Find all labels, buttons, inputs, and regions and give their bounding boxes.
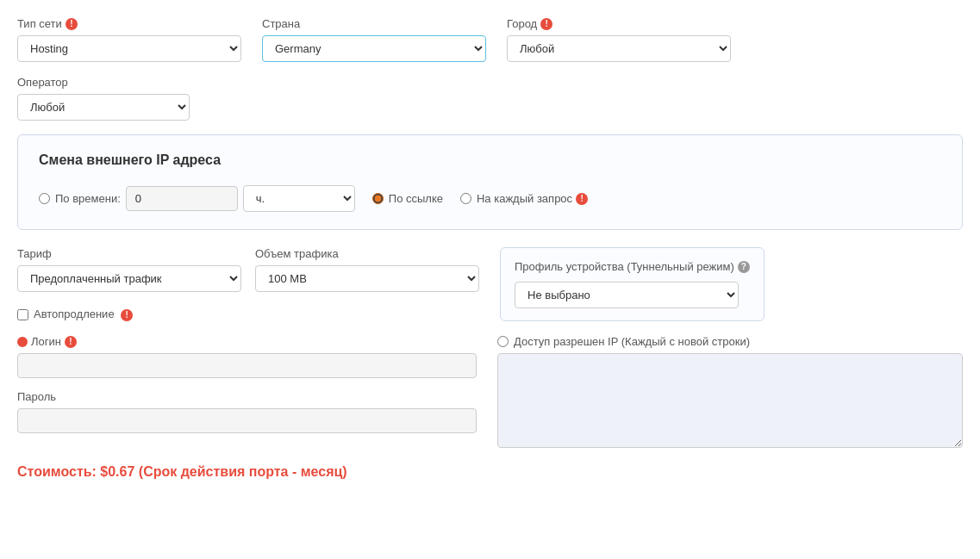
country-select[interactable]: Germany USA France Ukraine xyxy=(262,35,486,62)
city-label-text: Город xyxy=(507,17,537,30)
login-field: Логин ! xyxy=(17,335,477,378)
password-input[interactable] xyxy=(17,408,477,433)
by-link-label-text: По ссылке xyxy=(389,192,443,205)
network-type-info-icon[interactable]: ! xyxy=(66,18,78,30)
password-label-text: Пароль xyxy=(17,390,56,403)
city-label: Город ! xyxy=(507,17,731,30)
tariff-group: Тариф Предоплаченный трафик Безлимитный xyxy=(17,247,241,292)
network-type-group: Тип сети ! Hosting Residential Mobile xyxy=(17,17,241,62)
country-label: Страна xyxy=(262,17,486,30)
operator-select[interactable]: Любой Deutsche Telekom Vodafone xyxy=(17,94,190,121)
ip-change-radio-row: По времени: ч. мин. сек. По ссылке На ка… xyxy=(39,185,941,212)
network-type-label-text: Тип сети xyxy=(17,17,62,30)
time-value-input[interactable] xyxy=(126,186,238,211)
time-unit-select[interactable]: ч. мин. сек. xyxy=(243,185,355,212)
profile-help-icon[interactable]: ? xyxy=(738,261,750,273)
operator-label: Оператор xyxy=(17,76,190,89)
by-link-group: По ссылке xyxy=(372,192,443,205)
profile-select[interactable]: Не выбрано Chrome Firefox xyxy=(515,282,739,308)
by-time-label-text: По времени: xyxy=(55,192,121,205)
autoprolongation-label-text: Автопродление xyxy=(34,307,115,320)
per-request-radio[interactable] xyxy=(460,193,471,204)
autoprolongation-checkbox[interactable] xyxy=(17,309,28,320)
autoprolongation-label: Автопродление ! xyxy=(34,307,133,321)
per-request-group: На каждый запрос ! xyxy=(460,192,588,205)
by-time-label: По времени: xyxy=(55,192,121,205)
tariff-label-text: Тариф xyxy=(17,247,52,260)
network-type-select[interactable]: Hosting Residential Mobile xyxy=(17,35,241,62)
autoprolongation-group: Автопродление ! xyxy=(17,307,479,321)
network-type-label: Тип сети ! xyxy=(17,17,241,30)
city-info-icon[interactable]: ! xyxy=(540,18,552,30)
login-access-section: Логин ! Пароль Доступ разрешен IP (Кажды… xyxy=(17,335,963,450)
password-label: Пароль xyxy=(17,390,477,403)
login-left: Логин ! Пароль xyxy=(17,335,477,445)
tariff-profile-section: Тариф Предоплаченный трафик Безлимитный … xyxy=(17,247,963,321)
city-group: Город ! Любой Berlin Munich xyxy=(507,17,731,62)
access-ip-label: Доступ разрешен IP (Каждый с новой строк… xyxy=(497,335,963,348)
traffic-label-text: Объем трафика xyxy=(255,247,339,260)
per-request-label: На каждый запрос ! xyxy=(477,192,588,205)
tariff-label: Тариф xyxy=(17,247,241,260)
profile-box-title-text: Профиль устройства (Туннельный режим) xyxy=(515,260,734,273)
access-ip-right: Доступ разрешен IP (Каждый с новой строк… xyxy=(497,335,963,450)
login-label-text: Логин xyxy=(31,335,61,348)
by-link-radio[interactable] xyxy=(372,193,384,204)
profile-box-title: Профиль устройства (Туннельный режим) ? xyxy=(515,260,750,273)
login-input[interactable] xyxy=(17,353,477,378)
login-label: Логин ! xyxy=(17,335,477,348)
cost-text: Стоимость: $0.67 (Срок действия порта - … xyxy=(17,464,963,480)
tariff-left: Тариф Предоплаченный трафик Безлимитный … xyxy=(17,247,479,321)
autoprolongation-info-icon[interactable]: ! xyxy=(121,309,133,321)
traffic-group: Объем трафика 100 MB 500 MB 1 GB xyxy=(255,247,479,292)
ip-change-section: Смена внешнего IP адреса По времени: ч. … xyxy=(17,134,963,230)
per-request-label-text: На каждый запрос xyxy=(477,192,572,205)
per-request-info-icon[interactable]: ! xyxy=(576,193,588,205)
city-select[interactable]: Любой Berlin Munich xyxy=(507,35,731,62)
by-link-label: По ссылке xyxy=(389,192,443,205)
traffic-label: Объем трафика xyxy=(255,247,479,260)
password-field: Пароль xyxy=(17,390,477,433)
by-time-group: По времени: ч. мин. сек. xyxy=(39,185,355,212)
operator-label-text: Оператор xyxy=(17,76,68,89)
traffic-select[interactable]: 100 MB 500 MB 1 GB xyxy=(255,265,479,292)
login-info-icon[interactable]: ! xyxy=(65,336,77,348)
tariff-select[interactable]: Предоплаченный трафик Безлимитный xyxy=(17,265,241,292)
profile-box: Профиль устройства (Туннельный режим) ? … xyxy=(500,247,765,321)
ip-change-title: Смена внешнего IP адреса xyxy=(39,152,941,168)
country-label-text: Страна xyxy=(262,17,300,30)
login-radio-dot xyxy=(17,337,28,347)
access-ip-label-text: Доступ разрешен IP (Каждый с новой строк… xyxy=(514,335,750,348)
country-group: Страна Germany USA France Ukraine xyxy=(262,17,486,62)
by-time-radio[interactable] xyxy=(39,193,50,204)
operator-group: Оператор Любой Deutsche Telekom Vodafone xyxy=(17,76,190,121)
access-ip-radio[interactable] xyxy=(497,336,509,347)
access-ip-textarea[interactable] xyxy=(497,353,963,448)
